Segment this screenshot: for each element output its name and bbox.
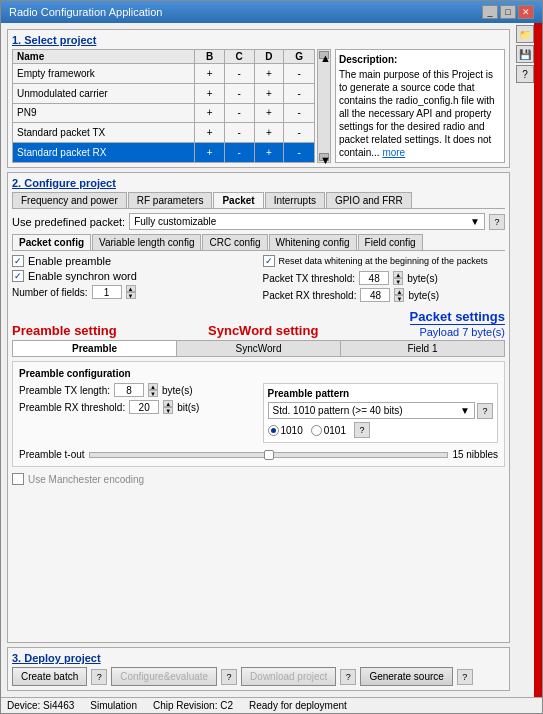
packet-tab-crc[interactable]: CRC config xyxy=(202,234,267,250)
pattern-help-button[interactable]: ? xyxy=(477,403,493,419)
reset-whitening-checkbox[interactable] xyxy=(263,255,275,267)
project-table: Name B C D G Empty framework xyxy=(12,49,315,163)
download-project-button[interactable]: Download project xyxy=(241,667,336,686)
table-row[interactable]: Empty framework +-+- xyxy=(13,64,315,84)
radio-help-button[interactable]: ? xyxy=(354,422,370,438)
tab-rf-parameters[interactable]: RF parameters xyxy=(128,192,213,208)
configure-help-button[interactable]: ? xyxy=(221,669,237,685)
preamble-tx-down[interactable]: ▼ xyxy=(148,390,158,397)
num-fields-label: Number of fields: xyxy=(12,287,88,298)
packet-rx-spinner[interactable]: ▲ ▼ xyxy=(394,288,404,302)
section-deploy-project: 3. Deploy project Create batch ? Configu… xyxy=(7,647,510,691)
dropdown-arrow-icon: ▼ xyxy=(470,216,480,227)
pattern-dropdown[interactable]: Std. 1010 pattern (>= 40 bits) ▼ xyxy=(268,402,476,419)
dropdown-chevron-icon: ▼ xyxy=(460,405,470,416)
pattern-radio-row: 1010 0101 ? xyxy=(268,422,494,438)
radio-1010[interactable]: 1010 xyxy=(268,425,303,436)
preamble-rx-input[interactable]: 20 xyxy=(129,400,159,414)
table-row[interactable]: Standard packet TX +-+- xyxy=(13,123,315,143)
status-device: Device: Si4463 xyxy=(7,700,74,711)
predefined-value: Fully customizable xyxy=(134,216,216,227)
preamble-rx-up[interactable]: ▲ xyxy=(163,400,173,407)
col-d: D xyxy=(254,50,284,64)
generate-source-button[interactable]: Generate source xyxy=(360,667,453,686)
tab-gpio-frr[interactable]: GPIO and FRR xyxy=(326,192,412,208)
main-window: Radio Configuration Application _ □ ✕ 1.… xyxy=(0,0,543,714)
num-fields-spinner[interactable]: ▲ ▼ xyxy=(126,285,136,299)
reset-whitening-label: Reset data whitening at the beginning of… xyxy=(279,256,488,266)
status-chip-revision: Chip Revision: C2 xyxy=(153,700,233,711)
preamble-tx-up[interactable]: ▲ xyxy=(148,383,158,390)
packet-rx-input[interactable]: 48 xyxy=(360,288,390,302)
tab-frequency-power[interactable]: Frequency and power xyxy=(12,192,127,208)
radio-1010-label: 1010 xyxy=(281,425,303,436)
create-batch-help-button[interactable]: ? xyxy=(91,669,107,685)
slider-thumb xyxy=(264,450,274,460)
packet-tab-config[interactable]: Packet config xyxy=(12,234,91,250)
right-toolbar: 📁 💾 ? xyxy=(516,23,534,697)
maximize-button[interactable]: □ xyxy=(500,5,516,19)
table-row[interactable]: Unmodulated carrier +-+- xyxy=(13,83,315,103)
title-bar: Radio Configuration Application _ □ ✕ xyxy=(1,1,542,23)
predefined-packet-row: Use predefined packet: Fully customizabl… xyxy=(12,213,505,230)
inner-tab-field1[interactable]: Field 1 xyxy=(341,341,504,356)
inner-tab-preamble[interactable]: Preamble xyxy=(13,341,177,356)
generate-help-button[interactable]: ? xyxy=(457,669,473,685)
toolbar-folder-icon[interactable]: 📁 xyxy=(516,25,534,43)
radio-0101[interactable]: 0101 xyxy=(311,425,346,436)
packet-tab-variable[interactable]: Variable length config xyxy=(92,234,201,250)
enable-synchron-checkbox[interactable] xyxy=(12,270,24,282)
packet-rx-up[interactable]: ▲ xyxy=(394,288,404,295)
create-batch-button[interactable]: Create batch xyxy=(12,667,87,686)
packet-settings-grid: Enable preamble Enable synchron word Num… xyxy=(12,255,505,305)
num-fields-input[interactable]: 1 xyxy=(92,285,122,299)
preamble-rx-unit: bit(s) xyxy=(177,402,199,413)
packet-rx-down[interactable]: ▼ xyxy=(394,295,404,302)
configure-evaluate-button[interactable]: Configure&evaluate xyxy=(111,667,217,686)
preamble-tx-label: Preamble TX length: xyxy=(19,385,110,396)
tab-interrupts[interactable]: Interrupts xyxy=(265,192,325,208)
packet-tx-input[interactable]: 48 xyxy=(359,271,389,285)
packet-tx-spinner[interactable]: ▲ ▼ xyxy=(393,271,403,285)
pattern-select-row: Std. 1010 pattern (>= 40 bits) ▼ ? xyxy=(268,402,494,419)
tab-packet[interactable]: Packet xyxy=(213,192,263,208)
minimize-button[interactable]: _ xyxy=(482,5,498,19)
close-button[interactable]: ✕ xyxy=(518,5,534,19)
packet-tx-down[interactable]: ▼ xyxy=(393,278,403,285)
preamble-config-panel: Preamble configuration Preamble TX lengt… xyxy=(12,361,505,467)
download-help-button[interactable]: ? xyxy=(340,669,356,685)
manchester-label: Use Manchester encoding xyxy=(28,474,144,485)
toolbar-help-icon[interactable]: ? xyxy=(516,65,534,83)
table-row[interactable]: PN9 +-+- xyxy=(13,103,315,123)
manchester-checkbox[interactable] xyxy=(12,473,24,485)
reset-whitening-row: Reset data whitening at the beginning of… xyxy=(263,255,506,267)
packet-tx-label: Packet TX threshold: xyxy=(263,273,356,284)
description-title: Description: xyxy=(339,53,501,66)
predefined-select[interactable]: Fully customizable ▼ xyxy=(129,213,485,230)
inner-tab-syncword[interactable]: SyncWord xyxy=(177,341,341,356)
num-fields-up[interactable]: ▲ xyxy=(126,285,136,292)
preamble-timeout-slider[interactable] xyxy=(89,452,449,458)
packet-tabs: Packet config Variable length config CRC… xyxy=(12,234,505,251)
preamble-tx-spinner[interactable]: ▲ ▼ xyxy=(148,383,158,397)
predefined-help-button[interactable]: ? xyxy=(489,214,505,230)
status-bar: Device: Si4463 Simulation Chip Revision:… xyxy=(1,697,542,713)
more-link[interactable]: more xyxy=(382,147,405,158)
toolbar-save-icon[interactable]: 💾 xyxy=(516,45,534,63)
packet-tab-whitening[interactable]: Whitening config xyxy=(269,234,357,250)
packet-tab-field[interactable]: Field config xyxy=(358,234,423,250)
num-fields-down[interactable]: ▼ xyxy=(126,292,136,299)
section-configure-project: 2. Configure project Frequency and power… xyxy=(7,172,510,643)
inner-tabs: Preamble SyncWord Field 1 xyxy=(12,340,505,357)
status-simulation: Simulation xyxy=(90,700,137,711)
preamble-rx-row: Preamble RX threshold: 20 ▲ ▼ bit(s) xyxy=(19,400,255,414)
preamble-tx-input[interactable]: 8 xyxy=(114,383,144,397)
packet-tx-up[interactable]: ▲ xyxy=(393,271,403,278)
table-row[interactable]: Standard packet RX +-+- xyxy=(13,143,315,163)
predefined-label: Use predefined packet: xyxy=(12,216,125,228)
enable-preamble-checkbox[interactable] xyxy=(12,255,24,267)
preamble-rx-spinner[interactable]: ▲ ▼ xyxy=(163,400,173,414)
section3-header: 3. Deploy project xyxy=(12,652,505,664)
preamble-rx-down[interactable]: ▼ xyxy=(163,407,173,414)
project-table-scrollbar[interactable]: ▲ ▼ xyxy=(317,49,331,163)
